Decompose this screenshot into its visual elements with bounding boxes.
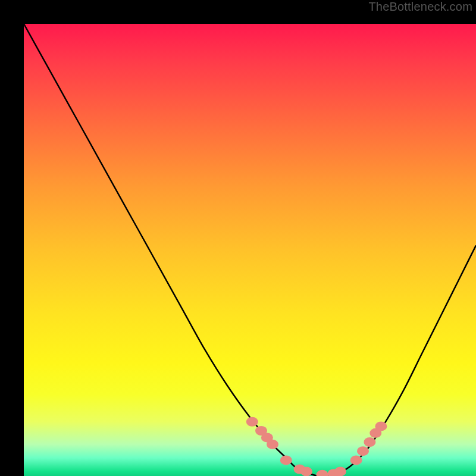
chart-frame bbox=[12, 12, 464, 464]
marker-point bbox=[364, 437, 375, 447]
chart-svg bbox=[24, 24, 476, 476]
marker-point bbox=[350, 455, 362, 465]
marker-point bbox=[334, 466, 346, 476]
highlight-markers bbox=[246, 417, 387, 476]
curve-group bbox=[24, 24, 476, 476]
marker-point bbox=[246, 417, 258, 427]
marker-point bbox=[300, 466, 312, 476]
marker-point bbox=[317, 470, 328, 476]
bottleneck-curve bbox=[24, 24, 476, 476]
marker-point bbox=[280, 455, 292, 465]
plot-area bbox=[24, 24, 476, 476]
marker-point bbox=[267, 440, 278, 449]
watermark-text: TheBottleneck.com bbox=[368, 0, 472, 14]
marker-point bbox=[357, 446, 369, 456]
marker-point bbox=[375, 421, 387, 431]
